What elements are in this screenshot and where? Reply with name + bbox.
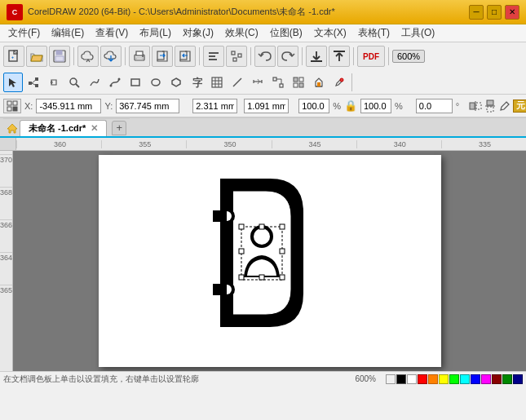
svg-rect-17 (238, 54, 241, 57)
menu-layout[interactable]: 布局(L) (135, 24, 176, 42)
menu-file[interactable]: 文件(F) (3, 24, 45, 42)
menu-object[interactable]: 对象(J) (178, 24, 219, 42)
svg-rect-52 (7, 107, 11, 111)
menu-tools[interactable]: 工具(O) (396, 24, 440, 42)
zoom-tool[interactable] (64, 73, 84, 92)
canvas-page (99, 155, 441, 367)
open-button[interactable] (26, 46, 47, 67)
arrow-up-button[interactable] (329, 46, 350, 67)
magenta-swatch[interactable] (481, 374, 491, 384)
table-tool[interactable] (207, 73, 227, 92)
new-tab-button[interactable]: + (112, 121, 126, 135)
svg-rect-42 (280, 84, 283, 87)
ruler-mark-v: 368 (0, 187, 12, 219)
green-swatch[interactable] (449, 374, 459, 384)
svg-rect-19 (311, 60, 322, 62)
dimension-tool[interactable] (248, 73, 267, 92)
scale-w-input[interactable] (298, 99, 329, 113)
position-indicator (3, 99, 21, 113)
transform-extra: 元 (469, 99, 526, 113)
ellipse-tool[interactable] (146, 73, 166, 92)
orange-swatch[interactable] (428, 374, 438, 384)
cloud-sync-button[interactable] (77, 46, 99, 67)
align-dist-button[interactable] (226, 46, 247, 67)
minimize-button[interactable]: ─ (469, 5, 484, 20)
polygon-tool[interactable] (166, 73, 186, 92)
dark-red-swatch[interactable] (492, 374, 502, 384)
svg-rect-55 (470, 103, 475, 109)
print-button[interactable] (129, 46, 150, 67)
redo-button[interactable] (277, 46, 298, 67)
export-button[interactable] (175, 46, 196, 67)
svg-rect-72 (259, 224, 264, 229)
freehand-tool[interactable] (85, 73, 104, 92)
dark-green-swatch[interactable] (502, 374, 512, 384)
canvas-area[interactable]: 370 368 366 364 365 (0, 151, 526, 371)
cyan-swatch[interactable] (460, 374, 470, 384)
color-palette[interactable] (386, 374, 523, 384)
dark-blue-swatch[interactable] (513, 374, 523, 384)
connector-tool[interactable] (268, 73, 288, 92)
red-swatch[interactable] (418, 374, 427, 384)
svg-rect-9 (136, 58, 143, 60)
no-color-swatch[interactable] (386, 374, 396, 384)
svg-point-24 (70, 78, 77, 85)
align-left-button[interactable] (203, 46, 224, 67)
line-tool[interactable] (228, 73, 247, 92)
y-input[interactable] (116, 99, 179, 113)
menu-effects[interactable]: 效果(C) (220, 24, 263, 42)
new-button[interactable]: + (3, 46, 24, 67)
svg-rect-66 (213, 210, 227, 222)
save-button[interactable] (49, 46, 70, 67)
special-button[interactable]: 元 (513, 99, 526, 113)
scale-h-input[interactable] (360, 99, 391, 113)
properties-bar: X: Y: % 🔒 % ° 元 (0, 95, 526, 117)
white-swatch[interactable] (407, 374, 417, 384)
pdf-export-button[interactable]: PDF (357, 46, 385, 67)
menu-bitmap[interactable]: 位图(B) (265, 24, 307, 42)
toolbar-separator-5 (302, 47, 303, 65)
arrow-down-button[interactable] (306, 46, 327, 67)
x-input[interactable] (36, 99, 101, 113)
pattern-tool[interactable] (289, 73, 308, 92)
black-swatch[interactable] (396, 374, 406, 384)
select-tool[interactable] (3, 73, 23, 92)
rectangle-tool[interactable] (126, 73, 145, 92)
svg-rect-41 (273, 77, 276, 81)
svg-rect-67 (213, 284, 227, 295)
window-controls: ─ □ ✕ (469, 5, 519, 20)
yellow-swatch[interactable] (439, 374, 449, 384)
svg-line-25 (76, 84, 79, 87)
fill-tool[interactable] (309, 73, 329, 92)
menu-view[interactable]: 查看(V) (91, 24, 133, 42)
home-icon (7, 122, 18, 134)
zoom-level[interactable]: 600% (392, 50, 425, 63)
maximize-button[interactable]: □ (487, 5, 502, 20)
height-input[interactable] (244, 99, 289, 113)
close-button[interactable]: ✕ (505, 5, 519, 20)
tab-document[interactable]: 未命名 -1.cdr* ✕ (20, 120, 107, 136)
tab-container: 未命名 -1.cdr* ✕ + (3, 118, 130, 136)
cloud-publish-button[interactable] (100, 46, 122, 67)
blue-swatch[interactable] (471, 374, 480, 384)
undo-button[interactable] (254, 46, 276, 67)
ruler-mark-v: 366 (0, 219, 12, 252)
transform-tool[interactable] (44, 73, 64, 92)
ruler-mark: 340 (356, 140, 441, 148)
lock-ratio-button[interactable]: 🔒 (344, 99, 357, 112)
canvas-scroll[interactable] (13, 151, 526, 371)
svg-rect-14 (209, 55, 215, 57)
tab-close-icon[interactable]: ✕ (91, 123, 98, 134)
import-button[interactable] (152, 46, 173, 67)
angle-input[interactable] (416, 99, 453, 113)
svg-rect-21 (29, 82, 32, 85)
menu-text[interactable]: 文本(X) (309, 24, 351, 42)
width-input[interactable] (192, 99, 237, 113)
percent-w: % (333, 101, 341, 111)
menu-edit[interactable]: 编辑(E) (46, 24, 89, 42)
node-tool[interactable] (24, 73, 43, 92)
text-tool[interactable]: 字 (187, 73, 206, 92)
menu-table[interactable]: 表格(T) (353, 24, 395, 42)
dropper-tool[interactable] (329, 73, 349, 92)
bezier-tool[interactable] (105, 73, 125, 92)
